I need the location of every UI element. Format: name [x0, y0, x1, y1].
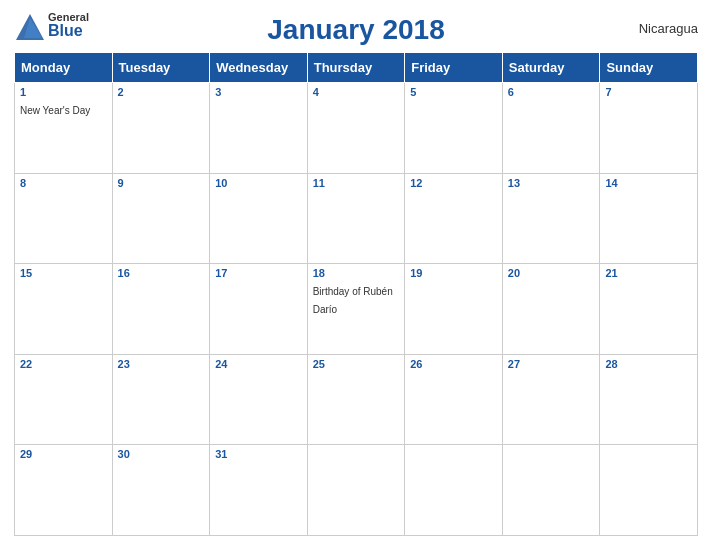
- day-number: 2: [118, 86, 205, 98]
- calendar-day-cell: 26: [405, 354, 503, 445]
- holiday-label: Birthday of Rubén Darío: [313, 286, 393, 315]
- header-saturday: Saturday: [502, 53, 600, 83]
- calendar-day-cell: 16: [112, 264, 210, 355]
- calendar-day-cell: 30: [112, 445, 210, 536]
- country-label: Nicaragua: [639, 21, 698, 36]
- calendar-day-cell: 19: [405, 264, 503, 355]
- calendar-day-cell: [307, 445, 405, 536]
- logo-text: General Blue: [48, 12, 89, 39]
- calendar-day-cell: 24: [210, 354, 308, 445]
- day-number: 25: [313, 358, 400, 370]
- calendar-day-cell: 27: [502, 354, 600, 445]
- weekday-header-row: Monday Tuesday Wednesday Thursday Friday…: [15, 53, 698, 83]
- calendar-day-cell: 28: [600, 354, 698, 445]
- calendar-day-cell: 29: [15, 445, 113, 536]
- logo: General Blue: [14, 12, 89, 44]
- day-number: 31: [215, 448, 302, 460]
- logo-blue: Blue: [48, 23, 89, 39]
- day-number: 5: [410, 86, 497, 98]
- calendar-day-cell: 4: [307, 83, 405, 174]
- day-number: 17: [215, 267, 302, 279]
- calendar-day-cell: 2: [112, 83, 210, 174]
- calendar-day-cell: 1New Year's Day: [15, 83, 113, 174]
- holiday-label: New Year's Day: [20, 105, 90, 116]
- calendar-title: January 2018: [267, 14, 444, 46]
- calendar-day-cell: 5: [405, 83, 503, 174]
- calendar-day-cell: 6: [502, 83, 600, 174]
- day-number: 29: [20, 448, 107, 460]
- calendar-day-cell: 10: [210, 173, 308, 264]
- calendar-week-row: 891011121314: [15, 173, 698, 264]
- calendar-day-cell: [502, 445, 600, 536]
- day-number: 16: [118, 267, 205, 279]
- day-number: 27: [508, 358, 595, 370]
- calendar-week-row: 293031: [15, 445, 698, 536]
- day-number: 20: [508, 267, 595, 279]
- day-number: 4: [313, 86, 400, 98]
- day-number: 23: [118, 358, 205, 370]
- calendar-week-row: 1New Year's Day234567: [15, 83, 698, 174]
- day-number: 8: [20, 177, 107, 189]
- header-sunday: Sunday: [600, 53, 698, 83]
- day-number: 6: [508, 86, 595, 98]
- day-number: 9: [118, 177, 205, 189]
- calendar-header: General Blue January 2018 Nicaragua: [14, 10, 698, 46]
- header-thursday: Thursday: [307, 53, 405, 83]
- calendar-day-cell: 17: [210, 264, 308, 355]
- calendar-day-cell: 13: [502, 173, 600, 264]
- calendar-day-cell: 12: [405, 173, 503, 264]
- day-number: 14: [605, 177, 692, 189]
- day-number: 24: [215, 358, 302, 370]
- header-friday: Friday: [405, 53, 503, 83]
- calendar-week-row: 22232425262728: [15, 354, 698, 445]
- header-monday: Monday: [15, 53, 113, 83]
- calendar-day-cell: 20: [502, 264, 600, 355]
- calendar-day-cell: 22: [15, 354, 113, 445]
- day-number: 1: [20, 86, 107, 98]
- day-number: 7: [605, 86, 692, 98]
- day-number: 19: [410, 267, 497, 279]
- day-number: 10: [215, 177, 302, 189]
- calendar-day-cell: 23: [112, 354, 210, 445]
- calendar-day-cell: [405, 445, 503, 536]
- day-number: 13: [508, 177, 595, 189]
- day-number: 12: [410, 177, 497, 189]
- day-number: 11: [313, 177, 400, 189]
- calendar-day-cell: 21: [600, 264, 698, 355]
- calendar-day-cell: 18Birthday of Rubén Darío: [307, 264, 405, 355]
- calendar-body: 1New Year's Day2345678910111213141516171…: [15, 83, 698, 536]
- calendar-day-cell: 7: [600, 83, 698, 174]
- day-number: 21: [605, 267, 692, 279]
- calendar-day-cell: 11: [307, 173, 405, 264]
- calendar-day-cell: 15: [15, 264, 113, 355]
- calendar-day-cell: 31: [210, 445, 308, 536]
- day-number: 15: [20, 267, 107, 279]
- calendar-week-row: 15161718Birthday of Rubén Darío192021: [15, 264, 698, 355]
- calendar-day-cell: 8: [15, 173, 113, 264]
- calendar-day-cell: 9: [112, 173, 210, 264]
- calendar-table: Monday Tuesday Wednesday Thursday Friday…: [14, 52, 698, 536]
- day-number: 30: [118, 448, 205, 460]
- calendar-day-cell: 14: [600, 173, 698, 264]
- day-number: 22: [20, 358, 107, 370]
- calendar-day-cell: 3: [210, 83, 308, 174]
- calendar-wrapper: General Blue January 2018 Nicaragua Mond…: [0, 0, 712, 550]
- calendar-day-cell: [600, 445, 698, 536]
- day-number: 18: [313, 267, 400, 279]
- logo-icon: [14, 12, 46, 44]
- day-number: 3: [215, 86, 302, 98]
- header-wednesday: Wednesday: [210, 53, 308, 83]
- calendar-day-cell: 25: [307, 354, 405, 445]
- day-number: 28: [605, 358, 692, 370]
- day-number: 26: [410, 358, 497, 370]
- header-tuesday: Tuesday: [112, 53, 210, 83]
